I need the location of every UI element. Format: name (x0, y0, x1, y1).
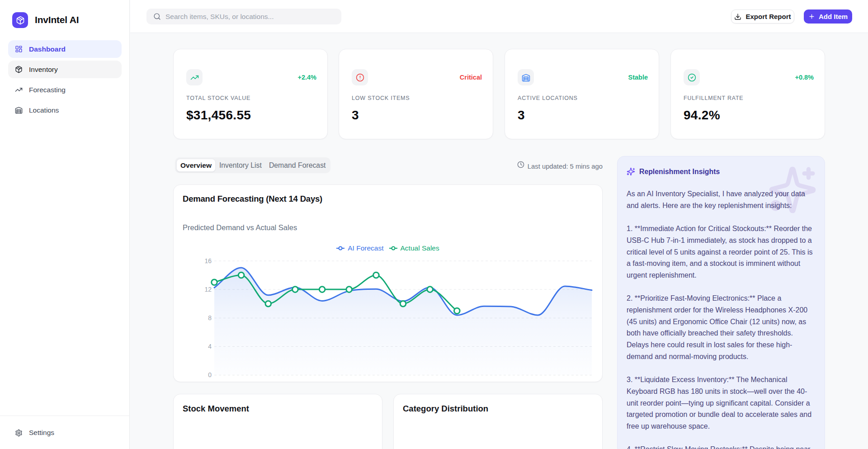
svg-text:12: 12 (204, 286, 212, 293)
svg-text:0: 0 (208, 371, 212, 378)
svg-text:16: 16 (204, 257, 212, 265)
svg-text:4: 4 (208, 343, 212, 350)
svg-text:8: 8 (208, 314, 212, 321)
